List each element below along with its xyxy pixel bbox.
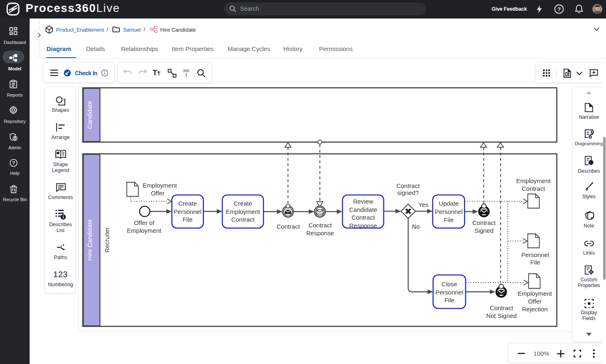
svg-text:Response: Response (349, 222, 377, 229)
svg-text:Contract: Contract (396, 182, 420, 189)
svg-text:Employment: Employment (142, 182, 177, 189)
svg-text:Update: Update (439, 200, 459, 207)
svg-text:Create: Create (233, 200, 252, 207)
svg-text:Employment: Employment (127, 227, 161, 234)
svg-text:Hire Candidate: Hire Candidate (86, 219, 93, 260)
svg-text:Employment: Employment (517, 290, 552, 297)
svg-text:Personnel: Personnel (435, 208, 463, 215)
svg-text:Response: Response (306, 230, 334, 236)
svg-text:Employment: Employment (516, 177, 551, 184)
svg-text:Rejection: Rejection (522, 306, 548, 313)
svg-text:Personnel: Personnel (436, 289, 464, 296)
svg-text:Contract: Contract (472, 219, 496, 226)
svg-text:Contract: Contract (308, 222, 332, 229)
svg-text:Contract: Contract (490, 304, 514, 311)
svg-text:Not Signed: Not Signed (486, 312, 517, 319)
svg-text:Yes: Yes (418, 201, 428, 208)
svg-text:File: File (444, 297, 454, 304)
svg-text:?: ? (557, 6, 561, 12)
svg-text:File: File (530, 259, 540, 266)
svg-text:Offer: Offer (151, 190, 164, 197)
svg-text:Offer: Offer (528, 298, 541, 305)
svg-text:signed?: signed? (397, 189, 419, 196)
svg-text:Candidate: Candidate (86, 101, 93, 129)
svg-text:Personnel: Personnel (521, 251, 549, 258)
svg-text:Contract: Contract (522, 185, 545, 192)
svg-text:Contract: Contract (231, 216, 255, 223)
svg-text:File: File (182, 216, 192, 223)
svg-text:Candidate: Candidate (349, 206, 377, 213)
svg-text:Employment: Employment (226, 208, 260, 215)
svg-text:Recruiter: Recruiter (103, 227, 110, 253)
svg-text:Create: Create (178, 200, 197, 207)
svg-text:?: ? (12, 160, 15, 165)
svg-text:Contract: Contract (277, 223, 301, 230)
svg-text:Review: Review (353, 198, 373, 205)
svg-text:No: No (412, 223, 420, 230)
svg-text:Personnel: Personnel (174, 208, 202, 215)
svg-text:Contract: Contract (352, 214, 375, 221)
svg-text:File: File (444, 216, 454, 223)
svg-text:Offer of: Offer of (134, 219, 155, 226)
svg-text:Close: Close (441, 281, 457, 287)
svg-text:Signed: Signed (474, 227, 494, 234)
